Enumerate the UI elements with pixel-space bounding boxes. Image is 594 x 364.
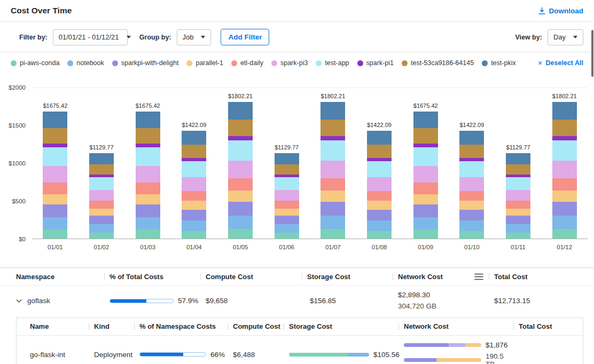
bar-segment-sparkpi-with-delight[interactable]: [136, 204, 160, 217]
bar-segment-notebook[interactable]: [275, 224, 299, 233]
bar-segment-notebook[interactable]: [136, 217, 160, 230]
col-total-cost[interactable]: Total Cost: [513, 318, 575, 335]
bar-segment-spark-pi3[interactable]: [182, 177, 206, 191]
stacked-bar[interactable]: [89, 153, 114, 239]
bar-segment-parallel-1[interactable]: [89, 209, 114, 216]
bar-segment-pi-aws-conda[interactable]: [228, 229, 253, 239]
bar-segment-pi-aws-conda[interactable]: [552, 229, 577, 239]
col-storage-cost[interactable]: Storage Cost: [302, 268, 393, 285]
bar-segment-test-53ca9186-64145[interactable]: [275, 164, 299, 175]
namespace-cell[interactable]: goflask: [11, 297, 104, 305]
bar-segment-spark-pi3[interactable]: [367, 177, 392, 191]
bar-segment-parallel-1[interactable]: [43, 194, 67, 204]
bar-segment-test-app[interactable]: [43, 147, 67, 167]
bar-segment-test-app[interactable]: [413, 147, 438, 167]
group-by-select[interactable]: Job: [177, 29, 212, 45]
bar-segment-spark-pi1[interactable]: [413, 144, 438, 147]
col-percent-namespace[interactable]: % of Namespace Costs: [134, 318, 228, 335]
bar-segment-sparkpi-with-delight[interactable]: [552, 202, 577, 216]
bar-segment-test-pkix[interactable]: [275, 153, 299, 164]
deselect-all-button[interactable]: ✕ Deselect All: [537, 59, 583, 67]
bar-segment-test-53ca9186-64145[interactable]: [43, 128, 67, 144]
col-percent-total[interactable]: % of Total Costs: [104, 268, 200, 285]
bar-segment-test-pkix[interactable]: [413, 112, 438, 128]
bar-segment-etl-daily[interactable]: [89, 201, 114, 208]
bar-segment-test-pkix[interactable]: [89, 153, 114, 164]
bar-segment-test-app[interactable]: [182, 161, 206, 177]
stacked-bar[interactable]: [136, 112, 160, 239]
bar-segment-parallel-1[interactable]: [413, 194, 438, 204]
bar-segment-sparkpi-with-delight[interactable]: [275, 216, 299, 224]
bar-segment-test-app[interactable]: [275, 177, 299, 190]
bar-segment-notebook[interactable]: [413, 217, 438, 230]
bar-segment-test-pkix[interactable]: [459, 131, 484, 145]
bar-segment-notebook[interactable]: [182, 220, 206, 231]
bar-segment-pi-aws-conda[interactable]: [321, 229, 345, 239]
bar-segment-notebook[interactable]: [506, 224, 530, 233]
stacked-bar[interactable]: [459, 131, 484, 239]
bar-segment-test-app[interactable]: [321, 140, 345, 161]
bar-segment-etl-daily[interactable]: [552, 178, 577, 191]
bar-segment-pi-aws-conda[interactable]: [275, 233, 299, 239]
bar-segment-sparkpi-with-delight[interactable]: [228, 202, 253, 216]
bar-segment-etl-daily[interactable]: [275, 201, 299, 208]
legend-item[interactable]: notebook: [67, 59, 104, 67]
bar-segment-parallel-1[interactable]: [367, 201, 392, 209]
bar-segment-etl-daily[interactable]: [228, 178, 253, 191]
bar-segment-parallel-1[interactable]: [552, 191, 577, 201]
bar-segment-spark-pi3[interactable]: [275, 190, 299, 201]
bar-segment-test-pkix[interactable]: [321, 102, 345, 120]
bar-segment-pi-aws-conda[interactable]: [367, 231, 392, 239]
bar-segment-spark-pi3[interactable]: [459, 177, 484, 191]
bar-segment-test-app[interactable]: [367, 161, 392, 177]
col-network-cost[interactable]: Network Cost: [393, 268, 489, 285]
bar-segment-test-53ca9186-64145[interactable]: [228, 120, 253, 136]
bar-segment-test-53ca9186-64145[interactable]: [459, 145, 484, 157]
bar-segment-test-53ca9186-64145[interactable]: [552, 120, 577, 136]
bar-segment-notebook[interactable]: [228, 216, 253, 230]
bar-segment-etl-daily[interactable]: [367, 191, 392, 201]
bar-segment-test-pkix[interactable]: [228, 102, 253, 120]
bar-segment-notebook[interactable]: [321, 216, 345, 230]
bar-segment-spark-pi1[interactable]: [136, 144, 160, 147]
bar-segment-pi-aws-conda[interactable]: [89, 233, 114, 239]
col-total-cost[interactable]: Total Cost: [489, 268, 583, 285]
bar-segment-spark-pi3[interactable]: [506, 190, 530, 201]
bar-segment-spark-pi3[interactable]: [321, 161, 345, 178]
bar-segment-parallel-1[interactable]: [321, 191, 345, 201]
bar-segment-pi-aws-conda[interactable]: [413, 230, 438, 239]
bar-segment-etl-daily[interactable]: [182, 191, 206, 201]
view-by-select[interactable]: Day: [548, 29, 583, 45]
bar-segment-etl-daily[interactable]: [413, 183, 438, 194]
bar-segment-notebook[interactable]: [89, 224, 114, 233]
bar-segment-spark-pi1[interactable]: [321, 136, 345, 140]
bar-segment-test-53ca9186-64145[interactable]: [321, 120, 345, 136]
bar-segment-parallel-1[interactable]: [459, 201, 484, 209]
bar-segment-test-pkix[interactable]: [367, 131, 392, 145]
col-name[interactable]: Name: [25, 318, 89, 335]
bar-segment-etl-daily[interactable]: [459, 191, 484, 201]
stacked-bar[interactable]: [275, 153, 299, 239]
bar-segment-sparkpi-with-delight[interactable]: [459, 210, 484, 220]
bar-segment-spark-pi1[interactable]: [552, 136, 577, 140]
bar-segment-test-app[interactable]: [228, 140, 253, 161]
legend-item[interactable]: pi-aws-conda: [11, 59, 59, 67]
stacked-bar[interactable]: [367, 131, 392, 239]
legend-item[interactable]: test-app: [316, 59, 349, 67]
bar-segment-pi-aws-conda[interactable]: [459, 231, 484, 239]
bar-segment-sparkpi-with-delight[interactable]: [182, 210, 206, 220]
col-namespace[interactable]: Namespace: [11, 268, 104, 285]
col-storage-cost[interactable]: Storage Cost: [284, 318, 398, 335]
scrollbar[interactable]: [591, 30, 593, 77]
legend-item[interactable]: test-pkix: [482, 59, 516, 67]
bar-segment-test-app[interactable]: [136, 147, 160, 167]
bar-segment-test-app[interactable]: [89, 177, 114, 190]
bar-segment-parallel-1[interactable]: [506, 209, 530, 216]
stacked-bar[interactable]: [552, 102, 577, 239]
bar-segment-spark-pi3[interactable]: [552, 161, 577, 178]
legend-item[interactable]: spark-pi3: [271, 59, 308, 67]
bar-segment-test-53ca9186-64145[interactable]: [413, 128, 438, 144]
bar-segment-test-pkix[interactable]: [552, 102, 577, 120]
bar-segment-sparkpi-with-delight[interactable]: [367, 210, 392, 220]
chevron-down-icon[interactable]: [16, 299, 22, 303]
